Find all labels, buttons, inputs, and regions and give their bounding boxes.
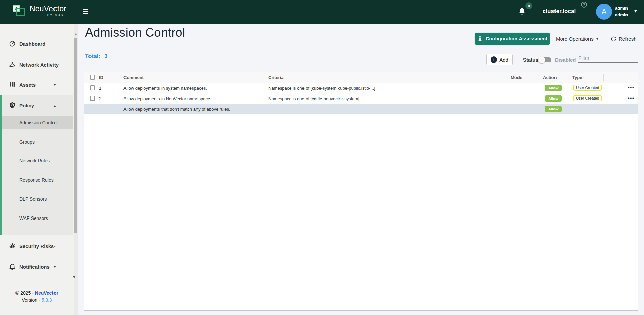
column-header-type: Type (572, 75, 582, 80)
configuration-assessment-button[interactable]: Configuration Assessment (475, 33, 550, 45)
sidebar-scrollbar-thumb[interactable] (74, 38, 77, 233)
table-row-default-rule: Allow deployments that don't match any o… (84, 104, 638, 114)
sidebar-item-response-rules[interactable]: Response Rules (2, 173, 73, 186)
row-menu-button[interactable]: ••• (628, 95, 635, 101)
refresh-icon (611, 36, 616, 42)
action-badge: Allow (545, 95, 562, 102)
brand-byline: BY SUSE (30, 13, 66, 17)
logo-square (16, 8, 25, 16)
sidebar-footer: © 2025 - NeuVector Version - 5.3.3 (0, 290, 74, 303)
sidebar-item-network-activity[interactable]: Network Activity (0, 56, 73, 73)
sidebar-scroll-more-icon[interactable]: ▼ (72, 275, 76, 279)
header-notifications-button[interactable] (517, 7, 527, 17)
column-divider (121, 74, 121, 81)
type-badge: User Created (573, 95, 602, 101)
neuvector-link[interactable]: NeuVector (35, 290, 58, 296)
bell-icon (517, 7, 526, 16)
total-count: Total:3 (85, 53, 107, 60)
select-all-checkbox[interactable] (90, 75, 95, 80)
table-header: ID Comment Criteria Mode Action Type (84, 72, 638, 83)
sidebar-item-groups[interactable]: Groups (2, 135, 73, 148)
top-header: ✓ NeuVector BY SUSE 0 cluster.local ? A … (0, 0, 644, 24)
select-row-checkbox[interactable] (90, 85, 95, 90)
page-title: Admission Control (85, 26, 185, 40)
status-value: Disabled (555, 57, 576, 63)
chevron-down-icon: ▾ (634, 8, 637, 14)
bug-icon (9, 242, 16, 250)
plus-icon: + (491, 56, 497, 63)
cell-id: 2 (99, 96, 101, 101)
status-label: Status (523, 57, 538, 63)
user-menu[interactable]: A admin admin ▾ (596, 0, 644, 24)
sidebar-item-network-rules[interactable]: Network Rules (2, 154, 73, 167)
chevron-down-icon: ▾ (54, 83, 56, 87)
help-icon[interactable]: ? (581, 2, 587, 8)
add-rule-button[interactable]: + Add (486, 54, 513, 65)
column-header-comment: Comment (123, 75, 144, 80)
avatar: A (596, 4, 612, 20)
column-divider (603, 74, 604, 81)
bell-outline-icon (9, 263, 16, 270)
column-header-criteria: Criteria (268, 75, 284, 80)
column-header-mode: Mode (511, 75, 522, 80)
cell-comment: Allow deployments in NeuVector namespace (123, 96, 210, 101)
chevron-up-icon: ▴ (54, 104, 56, 107)
sidebar-item-notifications[interactable]: Notifications ▾ (0, 258, 73, 275)
scrollbar-up-icon[interactable]: ▲ (74, 32, 78, 35)
sidebar-item-policy[interactable]: Policy ▴ (0, 97, 73, 114)
shield-icon (9, 102, 16, 109)
sidebar-item-dashboard[interactable]: Dashboard (0, 35, 73, 52)
column-divider (568, 74, 568, 81)
column-divider (263, 74, 263, 81)
sidebar-item-admission-control[interactable]: Admission Control (2, 116, 73, 129)
neuvector-logo[interactable]: ✓ NeuVector BY SUSE (13, 4, 66, 18)
filter-input[interactable] (578, 54, 638, 63)
cell-criteria: Namespace is one of [kube-system,kube-pu… (268, 86, 375, 91)
cell-id: 1 (99, 86, 101, 91)
column-divider (505, 74, 505, 81)
row-menu-button[interactable]: ••• (628, 85, 635, 90)
chevron-down-icon: ▾ (54, 265, 56, 269)
table-row: 1 Allow deployments in system namespaces… (84, 83, 638, 93)
cluster-name: cluster.local (537, 8, 581, 15)
neuvector-logo-icon: ✓ (13, 4, 26, 18)
user-name: admin (615, 12, 628, 18)
table-row: 2 Allow deployments in NeuVector namespa… (84, 93, 638, 104)
hamburger-icon (83, 9, 88, 10)
type-badge: User Created (573, 85, 602, 91)
gauge-icon (9, 40, 16, 47)
action-badge: Allow (545, 85, 562, 91)
menu-toggle-button[interactable] (83, 9, 89, 14)
chevron-down-icon: ▾ (596, 36, 598, 41)
column-header-id: ID (99, 75, 103, 80)
column-divider (539, 74, 539, 81)
sidebar-item-security-risks[interactable]: Security Risks ▾ (0, 238, 73, 254)
toggle-knob (538, 56, 545, 63)
cell-criteria: Namespace is one of [cattle-neuvector-sy… (268, 96, 359, 101)
user-role: admin (615, 5, 628, 12)
total-value: 3 (104, 53, 107, 60)
action-badge: Allow (545, 106, 562, 112)
sidebar-item-assets[interactable]: Assets ▾ (0, 76, 73, 93)
rules-table: ID Comment Criteria Mode Action Type 1 A… (84, 72, 638, 311)
main-content: Admission Control Configuration Assessme… (78, 24, 644, 315)
header-divider (535, 2, 535, 21)
select-row-checkbox[interactable] (90, 96, 95, 101)
cell-comment: Allow deployments in system namespaces. (123, 86, 207, 91)
status-toggle[interactable] (540, 57, 551, 62)
version-link[interactable]: 5.3.3 (42, 297, 52, 303)
sidebar: Dashboard Network Activity Assets ▾ Poli… (0, 24, 78, 315)
column-header-action: Action (543, 75, 557, 80)
sidebar-item-dlp-sensors[interactable]: DLP Sensors (2, 193, 73, 205)
network-icon (9, 61, 16, 68)
assets-icon (9, 81, 16, 88)
chevron-down-icon: ▾ (54, 244, 56, 248)
header-divider (591, 2, 591, 21)
refresh-button[interactable]: Refresh (611, 33, 637, 45)
more-operations-button[interactable]: More Operations ▾ (556, 33, 598, 45)
brand-name: NeuVector (30, 4, 66, 13)
sidebar-item-waf-sensors[interactable]: WAF Sensors (2, 212, 73, 225)
version-text: Version - (22, 297, 41, 303)
notification-count-badge: 0 (525, 2, 532, 9)
policy-section: Policy ▴ Admission Control Groups Networ… (0, 95, 73, 235)
